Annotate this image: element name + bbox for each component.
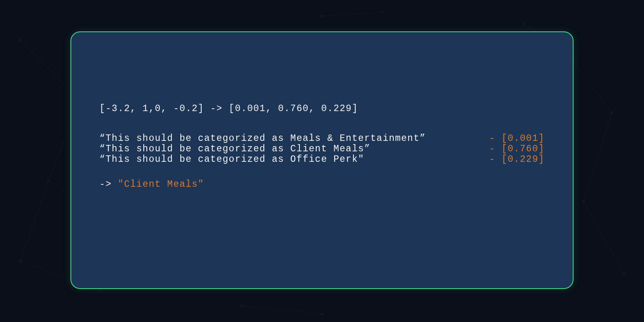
category-row: “This should be categorized as Office Pe… — [99, 154, 545, 165]
svg-line-10 — [322, 12, 382, 16]
category-prob: - [0.001] — [483, 133, 545, 144]
category-row: “This should be categorized as Meals & E… — [99, 133, 545, 144]
svg-line-8 — [584, 201, 624, 274]
category-text: “This should be categorized as Client Me… — [99, 144, 370, 154]
svg-point-22 — [623, 272, 625, 275]
svg-line-11 — [242, 306, 322, 314]
category-row: “This should be categorized as Client Me… — [99, 144, 545, 154]
category-prob: - [0.760] — [483, 144, 545, 154]
svg-point-21 — [582, 200, 585, 202]
result-line: -> "Client Meals" — [99, 179, 545, 190]
svg-point-15 — [19, 260, 21, 263]
vector-transform-line: [-3.2, 1,0, -0.2] -> [0.001, 0.760, 0.22… — [99, 101, 545, 117]
svg-point-27 — [321, 313, 323, 315]
category-text: “This should be categorized as Meals & E… — [99, 133, 426, 144]
svg-point-26 — [240, 305, 243, 307]
svg-point-24 — [321, 15, 323, 17]
code-card: [-3.2, 1,0, -0.2] -> [0.001, 0.760, 0.22… — [70, 31, 574, 289]
svg-line-7 — [584, 113, 612, 201]
svg-point-23 — [522, 23, 524, 25]
category-prob: - [0.229] — [483, 154, 545, 165]
svg-line-2 — [20, 181, 48, 262]
svg-point-20 — [611, 111, 613, 114]
svg-point-14 — [47, 180, 50, 182]
svg-point-12 — [19, 39, 21, 41]
category-text: “This should be categorized as Office Pe… — [99, 154, 364, 165]
svg-point-25 — [381, 11, 384, 13]
